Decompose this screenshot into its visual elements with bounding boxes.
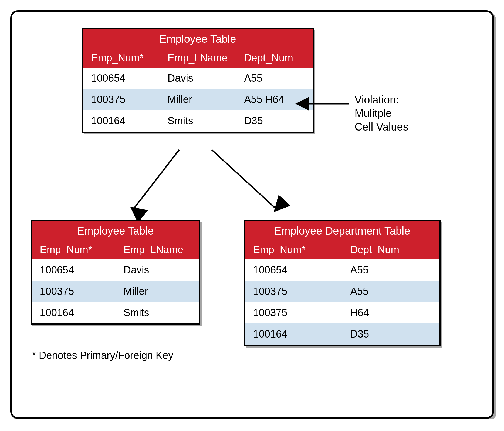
svg-line-1 [133, 150, 179, 209]
diagram-frame: Employee Table Emp_Num* Emp_LName Dept_N… [10, 10, 494, 419]
table-row: 100164 Smits [32, 302, 199, 323]
cell: D35 [342, 323, 439, 345]
svg-line-2 [212, 150, 276, 209]
cell: Davis [116, 259, 199, 281]
col-header: Emp_LName [116, 240, 199, 259]
table-row: 100654 Davis A55 [83, 68, 313, 89]
cell: Davis [160, 68, 236, 89]
col-header: Emp_Num* [32, 240, 116, 259]
table-employee-left: Employee Table Emp_Num* Emp_LName 100654… [31, 220, 200, 325]
col-header: Emp_Num* [83, 48, 160, 68]
table-row: 100375 H64 [245, 302, 439, 323]
cell: A55 [342, 259, 439, 281]
cell: 100654 [32, 259, 116, 281]
cell: 100375 [245, 281, 342, 302]
table-row: 100654 A55 [245, 259, 439, 281]
table-row: 100375 Miller [32, 281, 199, 302]
cell: 100375 [245, 302, 342, 323]
table-row: 100654 Davis [32, 259, 199, 281]
table-columns: Emp_Num* Emp_LName [32, 240, 199, 259]
table-employee-top: Employee Table Emp_Num* Emp_LName Dept_N… [82, 28, 314, 133]
cell: A55 [236, 68, 312, 89]
cell: 100654 [245, 259, 342, 281]
arrow-split-right [201, 147, 287, 217]
cell: A55 [342, 281, 439, 302]
cell: Miller [116, 281, 199, 302]
col-header: Emp_LName [160, 48, 236, 68]
table-title: Employee Table [83, 29, 313, 48]
annotation-line: Cell Values [355, 120, 408, 133]
col-header: Dept_Num [236, 48, 312, 68]
table-employee-department: Employee Department Table Emp_Num* Dept_… [244, 220, 441, 346]
table-row: 100164 D35 [245, 323, 439, 345]
col-header: Emp_Num* [245, 240, 342, 259]
table-title: Employee Table [32, 221, 199, 240]
annotation-line: Violation: [355, 93, 408, 106]
violation-annotation: Violation: Mulitple Cell Values [355, 93, 408, 133]
table-row: 100375 Miller A55 H64 [83, 89, 313, 110]
table-row: 100375 A55 [245, 281, 439, 302]
footnote-pk: * Denotes Primary/Foreign Key [32, 350, 174, 361]
cell: 100654 [83, 68, 160, 89]
table-title: Employee Department Table [245, 221, 439, 240]
table-columns: Emp_Num* Dept_Num [245, 240, 439, 259]
cell: H64 [342, 302, 439, 323]
cell: Smits [160, 110, 236, 132]
table-row: 100164 Smits D35 [83, 110, 313, 132]
cell: 100164 [32, 302, 116, 323]
arrow-violation [282, 98, 352, 109]
cell: Smits [116, 302, 199, 323]
cell: 100375 [32, 281, 116, 302]
cell: D35 [236, 110, 312, 132]
cell: Miller [160, 89, 236, 110]
cell: 100375 [83, 89, 160, 110]
cell: 100164 [245, 323, 342, 345]
col-header: Dept_Num [342, 240, 439, 259]
arrow-split-left [125, 147, 195, 217]
cell: 100164 [83, 110, 160, 132]
table-columns: Emp_Num* Emp_LName Dept_Num [83, 48, 313, 68]
annotation-line: Mulitple [355, 106, 408, 120]
